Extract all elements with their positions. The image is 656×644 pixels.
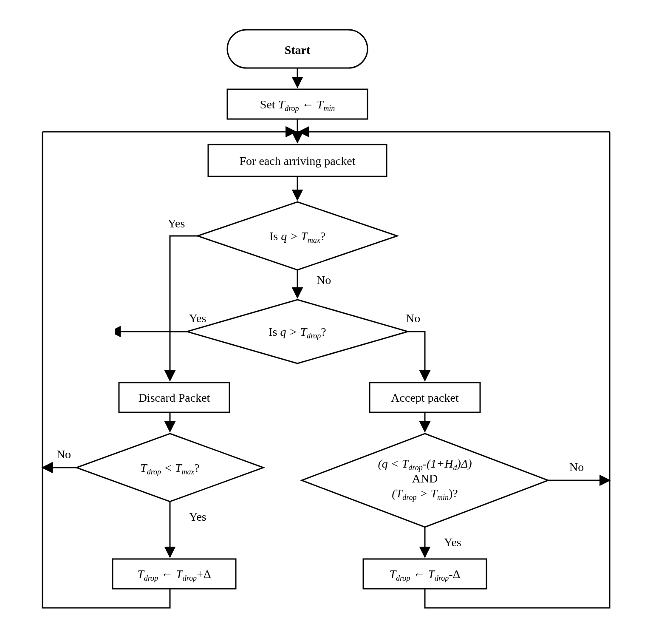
d1-no-label: No — [317, 273, 331, 287]
d3-no-label: No — [57, 448, 71, 461]
d2-no-label: No — [406, 312, 420, 325]
d3-yes-label: Yes — [189, 510, 206, 523]
discard-label: Discard Packet — [139, 391, 210, 404]
d4-yes-label: Yes — [444, 536, 461, 549]
svg-rect-0 — [106, 327, 115, 336]
d2-yes-label: Yes — [189, 312, 206, 325]
d4-line1: (q < Tdrop-(1+Hd)Δ) — [378, 457, 472, 472]
edge-d2-no — [408, 332, 425, 380]
edge-d1-yes — [170, 236, 198, 380]
loop-label: For each arriving packet — [240, 154, 356, 167]
flowchart-canvas: Start Set Tdrop ← Tmin For each arriving… — [0, 0, 656, 644]
d1-yes-label: Yes — [168, 217, 185, 230]
d4-line2: AND — [412, 472, 438, 485]
accept-label: Accept packet — [391, 391, 459, 404]
d4-no-label: No — [569, 460, 584, 474]
start-label: Start — [285, 43, 311, 57]
